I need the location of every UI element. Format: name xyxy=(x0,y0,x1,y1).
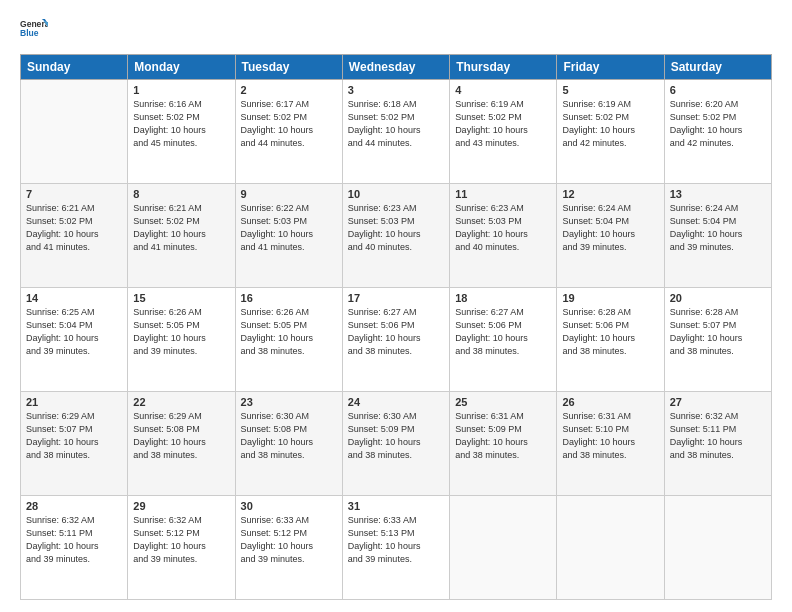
day-info: Sunrise: 6:26 AMSunset: 5:05 PMDaylight:… xyxy=(133,306,229,358)
day-number: 26 xyxy=(562,396,658,408)
week-row-5: 28Sunrise: 6:32 AMSunset: 5:11 PMDayligh… xyxy=(21,496,772,600)
calendar-cell: 28Sunrise: 6:32 AMSunset: 5:11 PMDayligh… xyxy=(21,496,128,600)
day-number: 31 xyxy=(348,500,444,512)
weekday-header-row: SundayMondayTuesdayWednesdayThursdayFrid… xyxy=(21,55,772,80)
day-number: 18 xyxy=(455,292,551,304)
day-info: Sunrise: 6:30 AMSunset: 5:09 PMDaylight:… xyxy=(348,410,444,462)
calendar-cell: 24Sunrise: 6:30 AMSunset: 5:09 PMDayligh… xyxy=(342,392,449,496)
calendar-cell: 9Sunrise: 6:22 AMSunset: 5:03 PMDaylight… xyxy=(235,184,342,288)
day-info: Sunrise: 6:33 AMSunset: 5:13 PMDaylight:… xyxy=(348,514,444,566)
week-row-3: 14Sunrise: 6:25 AMSunset: 5:04 PMDayligh… xyxy=(21,288,772,392)
day-number: 19 xyxy=(562,292,658,304)
calendar-cell: 15Sunrise: 6:26 AMSunset: 5:05 PMDayligh… xyxy=(128,288,235,392)
calendar-cell: 18Sunrise: 6:27 AMSunset: 5:06 PMDayligh… xyxy=(450,288,557,392)
day-info: Sunrise: 6:17 AMSunset: 5:02 PMDaylight:… xyxy=(241,98,337,150)
day-info: Sunrise: 6:24 AMSunset: 5:04 PMDaylight:… xyxy=(670,202,766,254)
calendar-cell: 26Sunrise: 6:31 AMSunset: 5:10 PMDayligh… xyxy=(557,392,664,496)
day-info: Sunrise: 6:21 AMSunset: 5:02 PMDaylight:… xyxy=(133,202,229,254)
day-info: Sunrise: 6:32 AMSunset: 5:11 PMDaylight:… xyxy=(670,410,766,462)
day-number: 10 xyxy=(348,188,444,200)
day-info: Sunrise: 6:25 AMSunset: 5:04 PMDaylight:… xyxy=(26,306,122,358)
day-number: 8 xyxy=(133,188,229,200)
calendar-cell: 16Sunrise: 6:26 AMSunset: 5:05 PMDayligh… xyxy=(235,288,342,392)
calendar-cell: 23Sunrise: 6:30 AMSunset: 5:08 PMDayligh… xyxy=(235,392,342,496)
day-number: 15 xyxy=(133,292,229,304)
weekday-header-friday: Friday xyxy=(557,55,664,80)
weekday-header-wednesday: Wednesday xyxy=(342,55,449,80)
header: General Blue xyxy=(20,16,772,44)
svg-text:Blue: Blue xyxy=(20,28,39,38)
day-info: Sunrise: 6:18 AMSunset: 5:02 PMDaylight:… xyxy=(348,98,444,150)
day-info: Sunrise: 6:26 AMSunset: 5:05 PMDaylight:… xyxy=(241,306,337,358)
calendar-cell: 25Sunrise: 6:31 AMSunset: 5:09 PMDayligh… xyxy=(450,392,557,496)
day-number: 2 xyxy=(241,84,337,96)
day-number: 6 xyxy=(670,84,766,96)
day-number: 5 xyxy=(562,84,658,96)
day-info: Sunrise: 6:21 AMSunset: 5:02 PMDaylight:… xyxy=(26,202,122,254)
day-number: 22 xyxy=(133,396,229,408)
calendar-cell: 4Sunrise: 6:19 AMSunset: 5:02 PMDaylight… xyxy=(450,80,557,184)
week-row-4: 21Sunrise: 6:29 AMSunset: 5:07 PMDayligh… xyxy=(21,392,772,496)
day-info: Sunrise: 6:30 AMSunset: 5:08 PMDaylight:… xyxy=(241,410,337,462)
day-info: Sunrise: 6:27 AMSunset: 5:06 PMDaylight:… xyxy=(348,306,444,358)
day-number: 21 xyxy=(26,396,122,408)
calendar-cell: 19Sunrise: 6:28 AMSunset: 5:06 PMDayligh… xyxy=(557,288,664,392)
weekday-header-tuesday: Tuesday xyxy=(235,55,342,80)
calendar-cell xyxy=(557,496,664,600)
day-info: Sunrise: 6:16 AMSunset: 5:02 PMDaylight:… xyxy=(133,98,229,150)
day-number: 30 xyxy=(241,500,337,512)
day-number: 24 xyxy=(348,396,444,408)
day-number: 7 xyxy=(26,188,122,200)
calendar-cell: 12Sunrise: 6:24 AMSunset: 5:04 PMDayligh… xyxy=(557,184,664,288)
calendar-cell: 7Sunrise: 6:21 AMSunset: 5:02 PMDaylight… xyxy=(21,184,128,288)
day-number: 27 xyxy=(670,396,766,408)
calendar-cell: 5Sunrise: 6:19 AMSunset: 5:02 PMDaylight… xyxy=(557,80,664,184)
day-number: 3 xyxy=(348,84,444,96)
calendar-cell: 11Sunrise: 6:23 AMSunset: 5:03 PMDayligh… xyxy=(450,184,557,288)
day-info: Sunrise: 6:20 AMSunset: 5:02 PMDaylight:… xyxy=(670,98,766,150)
day-number: 17 xyxy=(348,292,444,304)
day-info: Sunrise: 6:33 AMSunset: 5:12 PMDaylight:… xyxy=(241,514,337,566)
day-info: Sunrise: 6:22 AMSunset: 5:03 PMDaylight:… xyxy=(241,202,337,254)
calendar-cell: 14Sunrise: 6:25 AMSunset: 5:04 PMDayligh… xyxy=(21,288,128,392)
weekday-header-thursday: Thursday xyxy=(450,55,557,80)
day-number: 9 xyxy=(241,188,337,200)
day-number: 11 xyxy=(455,188,551,200)
calendar-cell: 1Sunrise: 6:16 AMSunset: 5:02 PMDaylight… xyxy=(128,80,235,184)
day-number: 13 xyxy=(670,188,766,200)
day-number: 4 xyxy=(455,84,551,96)
calendar-cell: 21Sunrise: 6:29 AMSunset: 5:07 PMDayligh… xyxy=(21,392,128,496)
calendar-cell: 31Sunrise: 6:33 AMSunset: 5:13 PMDayligh… xyxy=(342,496,449,600)
day-number: 23 xyxy=(241,396,337,408)
calendar-cell xyxy=(664,496,771,600)
day-number: 28 xyxy=(26,500,122,512)
day-info: Sunrise: 6:23 AMSunset: 5:03 PMDaylight:… xyxy=(348,202,444,254)
calendar-cell: 6Sunrise: 6:20 AMSunset: 5:02 PMDaylight… xyxy=(664,80,771,184)
day-number: 16 xyxy=(241,292,337,304)
calendar-cell: 22Sunrise: 6:29 AMSunset: 5:08 PMDayligh… xyxy=(128,392,235,496)
calendar-cell: 30Sunrise: 6:33 AMSunset: 5:12 PMDayligh… xyxy=(235,496,342,600)
calendar-cell: 10Sunrise: 6:23 AMSunset: 5:03 PMDayligh… xyxy=(342,184,449,288)
day-info: Sunrise: 6:28 AMSunset: 5:07 PMDaylight:… xyxy=(670,306,766,358)
weekday-header-saturday: Saturday xyxy=(664,55,771,80)
weekday-header-monday: Monday xyxy=(128,55,235,80)
day-info: Sunrise: 6:32 AMSunset: 5:11 PMDaylight:… xyxy=(26,514,122,566)
day-number: 20 xyxy=(670,292,766,304)
page: General Blue SundayMondayTuesdayWednesda… xyxy=(0,0,792,612)
day-number: 1 xyxy=(133,84,229,96)
day-info: Sunrise: 6:29 AMSunset: 5:08 PMDaylight:… xyxy=(133,410,229,462)
calendar-cell xyxy=(21,80,128,184)
logo: General Blue xyxy=(20,16,48,44)
day-number: 14 xyxy=(26,292,122,304)
day-number: 29 xyxy=(133,500,229,512)
weekday-header-sunday: Sunday xyxy=(21,55,128,80)
day-info: Sunrise: 6:19 AMSunset: 5:02 PMDaylight:… xyxy=(455,98,551,150)
day-info: Sunrise: 6:24 AMSunset: 5:04 PMDaylight:… xyxy=(562,202,658,254)
day-number: 12 xyxy=(562,188,658,200)
day-info: Sunrise: 6:29 AMSunset: 5:07 PMDaylight:… xyxy=(26,410,122,462)
day-info: Sunrise: 6:31 AMSunset: 5:09 PMDaylight:… xyxy=(455,410,551,462)
calendar-cell: 8Sunrise: 6:21 AMSunset: 5:02 PMDaylight… xyxy=(128,184,235,288)
calendar-cell: 2Sunrise: 6:17 AMSunset: 5:02 PMDaylight… xyxy=(235,80,342,184)
calendar-cell xyxy=(450,496,557,600)
calendar-cell: 13Sunrise: 6:24 AMSunset: 5:04 PMDayligh… xyxy=(664,184,771,288)
